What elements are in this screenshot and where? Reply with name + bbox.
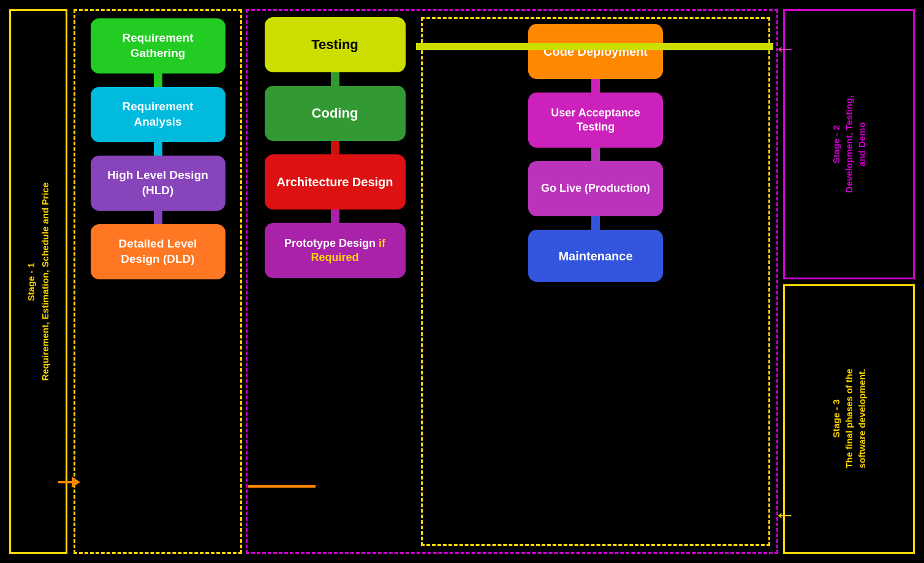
stage2-arrow: ← [774,36,796,61]
go-live-box: Go Live (Production) [528,161,663,216]
requirement-analysis-box: Requirement Analysis [91,87,225,142]
col1-container: Requirement Gathering Requirement Analys… [74,9,242,554]
prototype-design-box: Prototype Design ifRequired [265,223,406,278]
stage1-sidebar: Stage - 1 Requirement, Estimation, Sched… [9,9,67,554]
user-acceptance-testing-box: User Acceptance Testing [528,93,663,148]
architecture-design-box: Architecture Design [265,154,406,210]
detailed-level-design-box: Detailed Level Design (DLD) [91,224,225,279]
requirement-gathering-box: Requirement Gathering [91,18,225,74]
dld-prototype-connector [248,485,316,488]
stage2-label: Stage - 2 Development, Testing, and Demo [830,96,868,193]
stage3-arrow: ← [774,502,796,527]
stage1-label: Stage - 1 Requirement, Estimation, Sched… [25,183,52,380]
code-deployment-box: Code Deployment [528,24,663,79]
stage1-arrow [58,477,80,488]
col3-container: Code Deployment User Acceptance Testing … [421,17,770,546]
col2: Testing Coding Architecture Design [254,17,416,546]
testing-h-connector [416,43,773,50]
col23-container: Testing Coding Architecture Design [246,9,778,554]
maintenance-box: Maintenance [528,230,663,282]
high-level-design-box: High Level Design (HLD) [91,156,225,211]
stage3-box: ← Stage - 3 The final phases of the soft… [783,284,915,554]
coding-box: Coding [265,86,406,141]
stage2-box: ← Stage - 2 Development, Testing, and De… [783,9,915,279]
testing-box: Testing [265,17,406,72]
stage3-label: Stage - 3 The final phases of the softwa… [830,369,868,469]
